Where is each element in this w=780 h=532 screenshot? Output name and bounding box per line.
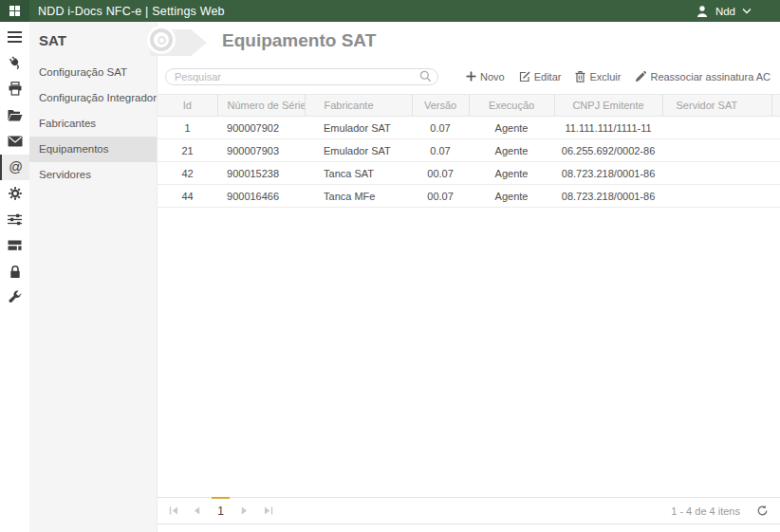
edit-button-label: Editar — [534, 71, 562, 83]
table-cell — [662, 117, 771, 139]
table-cell — [771, 117, 780, 139]
grid-header-row: IdNúmero de SérieFabricanteVersãoExecuçã… — [158, 95, 780, 117]
rail-item-wrench[interactable] — [0, 284, 29, 311]
target-rings-icon — [150, 28, 173, 51]
topbar: NDD i-Docs NFC-e | Settings Web Ndd — [0, 0, 780, 22]
rail-item-lock[interactable] — [0, 259, 29, 285]
sidebar-item-servidores[interactable]: Servidores — [29, 162, 157, 188]
app-window: NDD i-Docs NFC-e | Settings Web Ndd — [0, 0, 780, 532]
new-button-label: Novo — [480, 71, 505, 83]
column-header-id[interactable]: Id — [158, 95, 217, 117]
column-header-cnpj-emitente[interactable]: CNPJ Emitente — [554, 95, 662, 117]
search-box — [165, 67, 438, 85]
table-cell: 11.111.111/1111-11 — [554, 117, 662, 139]
rail-item-server[interactable] — [0, 232, 29, 259]
wrench-icon — [8, 290, 22, 304]
table-row[interactable]: 21900007903Emulador SAT0.07Agente06.255.… — [158, 139, 780, 162]
table-cell: Agente — [469, 162, 554, 185]
table-cell: 1 — [158, 117, 217, 139]
table-cell: Agente — [469, 139, 554, 162]
sidebar-item-equipamentos[interactable]: Equipamentos — [29, 137, 157, 162]
table-cell: 42 — [158, 162, 217, 185]
sidebar-item-fabricantes[interactable]: Fabricantes — [29, 111, 157, 137]
at-sign-icon: @ — [9, 160, 23, 174]
last-page-button[interactable] — [256, 506, 280, 515]
sidebar-item-configura-o-sat[interactable]: Configuração SAT — [29, 60, 157, 85]
search-icon — [419, 70, 432, 83]
toolbar: Novo Editar — [158, 64, 780, 88]
first-page-icon — [169, 506, 178, 515]
page-header: Equipamento SAT — [158, 22, 780, 59]
table-cell — [771, 162, 780, 185]
apps-grid-icon — [9, 6, 20, 16]
table-cell: 900015238 — [217, 162, 305, 185]
table-row[interactable]: 42900015238Tanca SAT00.07Agente08.723.21… — [158, 162, 780, 185]
grid-body: 1900007902Emulador SAT0.07Agente11.111.1… — [158, 117, 780, 208]
pencil-icon — [635, 71, 646, 83]
search-input[interactable] — [165, 68, 438, 85]
sliders-icon — [8, 213, 22, 226]
apps-grid-button[interactable] — [0, 0, 29, 22]
pager: 1 1 - 4 de 4 itens — [158, 497, 780, 524]
refresh-button[interactable] — [756, 504, 769, 517]
table-cell: 00.07 — [412, 162, 469, 185]
column-header-extra[interactable] — [771, 95, 780, 117]
table-cell — [662, 162, 771, 185]
column-header-fabricante[interactable]: Fabricante — [305, 95, 412, 117]
table-cell: 0.07 — [412, 139, 469, 162]
table-cell: 900007903 — [217, 139, 305, 162]
menu-icon — [8, 31, 22, 43]
rail-item-mail[interactable] — [0, 128, 29, 155]
plus-icon — [466, 71, 476, 82]
server-icon — [8, 240, 22, 251]
table-cell: 21 — [158, 139, 217, 162]
column-header-servidor-sat[interactable]: Servidor SAT — [662, 95, 771, 117]
edit-icon — [519, 71, 530, 83]
printer-icon — [8, 82, 23, 96]
rail-item-plug[interactable] — [0, 50, 29, 77]
folder-icon — [8, 109, 23, 121]
new-button[interactable]: Novo — [466, 71, 505, 83]
sidebar-title: SAT — [29, 22, 157, 60]
first-page-button[interactable] — [161, 506, 185, 515]
gear-icon — [8, 186, 23, 201]
table-cell — [662, 185, 771, 208]
table-cell: 06.255.692/0002-86 — [554, 139, 662, 162]
app-title: NDD i-Docs NFC-e | Settings Web — [38, 5, 225, 18]
column-header-vers-o[interactable]: Versão — [412, 95, 469, 117]
main-area: @ — [0, 22, 780, 532]
column-header-n-mero-de-s-rie[interactable]: Número de Série — [217, 95, 305, 117]
column-header-execu-o[interactable]: Execução — [469, 95, 554, 117]
toolbar-buttons: Novo Editar — [466, 71, 772, 83]
user-name: Ndd — [715, 6, 735, 17]
table-cell: Tanca SAT — [305, 162, 412, 185]
table-cell: 08.723.218/0001-86 — [554, 162, 662, 185]
current-page-indicator — [212, 497, 230, 499]
rail-item-at-sign[interactable]: @ — [0, 155, 29, 181]
user-menu[interactable]: Ndd — [696, 5, 780, 18]
rail-item-sliders[interactable] — [0, 207, 29, 233]
table-row[interactable]: 1900007902Emulador SAT0.07Agente11.111.1… — [158, 117, 780, 139]
table-row[interactable]: 44900016466Tanca MFe00.07Agente08.723.21… — [158, 185, 780, 208]
next-page-button[interactable] — [232, 506, 256, 515]
reassign-signature-label: Reassociar assinatura AC — [650, 71, 771, 83]
table-cell — [771, 139, 780, 162]
rail-item-folder[interactable] — [0, 102, 29, 129]
table-cell: Agente — [469, 117, 554, 139]
rail-item-printer[interactable] — [0, 76, 29, 102]
rail-item-gear[interactable] — [0, 180, 29, 207]
table-cell — [771, 185, 780, 208]
current-page-button[interactable]: 1 — [209, 504, 232, 518]
rail-item-menu[interactable] — [0, 24, 29, 50]
next-page-icon — [241, 506, 248, 515]
table-cell: 08.723.218/0001-86 — [554, 185, 662, 208]
prev-page-button[interactable] — [185, 506, 209, 515]
sidebar-item-configura-o-integrador[interactable]: Configuração Integrador — [29, 85, 157, 111]
last-page-icon — [264, 506, 273, 515]
prev-page-icon — [194, 506, 200, 515]
table-cell: Agente — [469, 185, 554, 208]
reassign-signature-button[interactable]: Reassociar assinatura AC — [635, 71, 771, 83]
delete-button[interactable]: Excluir — [575, 71, 621, 83]
table-cell — [662, 139, 771, 162]
edit-button[interactable]: Editar — [519, 71, 562, 83]
